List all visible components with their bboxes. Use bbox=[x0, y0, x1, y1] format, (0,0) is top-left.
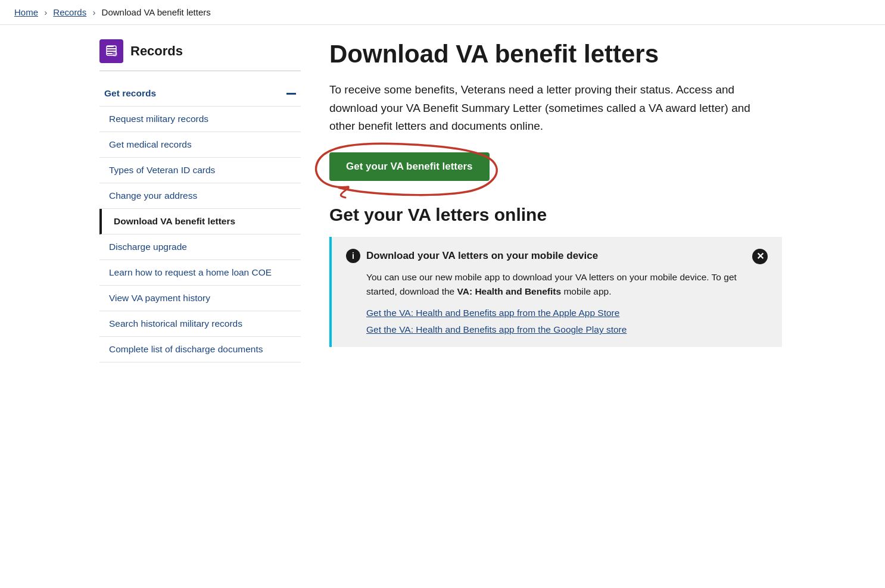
breadcrumb-home[interactable]: Home bbox=[14, 7, 38, 17]
section-heading-letters-online: Get your VA letters online bbox=[329, 205, 786, 225]
intro-paragraph: To receive some benefits, Veterans need … bbox=[329, 81, 758, 135]
breadcrumb-sep-1: › bbox=[44, 7, 47, 17]
sidebar-item-request-military-records[interactable]: Request military records bbox=[99, 107, 301, 132]
info-box-title: Download your VA letters on your mobile … bbox=[366, 250, 598, 262]
svg-rect-1 bbox=[107, 48, 116, 49]
breadcrumb: Home › Records › Download VA benefit let… bbox=[0, 0, 885, 25]
main-content: Download VA benefit letters To receive s… bbox=[320, 39, 786, 362]
page-title: Download VA benefit letters bbox=[329, 39, 786, 69]
info-box-links: Get the VA: Health and Benefits app from… bbox=[346, 308, 768, 335]
sidebar-item-discharge-upgrade[interactable]: Discharge upgrade bbox=[99, 234, 301, 260]
records-section-icon bbox=[99, 39, 123, 63]
sidebar-item-home-loan-coe[interactable]: Learn how to request a home loan COE bbox=[99, 260, 301, 286]
breadcrumb-sep-2: › bbox=[92, 7, 95, 17]
sidebar-item-get-medical-records[interactable]: Get medical records bbox=[99, 132, 301, 158]
apple-app-store-link[interactable]: Get the VA: Health and Benefits app from… bbox=[366, 308, 768, 318]
info-box-body-bold: VA: Health and Benefits bbox=[457, 286, 562, 296]
google-play-store-link[interactable]: Get the VA: Health and Benefits app from… bbox=[366, 324, 768, 335]
sidebar-item-download-benefit-letters[interactable]: Download VA benefit letters bbox=[99, 209, 301, 234]
info-box-body-suffix: mobile app. bbox=[561, 286, 611, 296]
svg-point-4 bbox=[113, 52, 117, 57]
get-benefit-letters-button[interactable]: Get your VA benefit letters bbox=[329, 152, 490, 181]
sidebar-item-payment-history[interactable]: View VA payment history bbox=[99, 286, 301, 311]
sidebar: Records Get records Request military rec… bbox=[99, 39, 320, 362]
cta-button-area: Get your VA benefit letters bbox=[329, 152, 490, 181]
sidebar-item-types-veteran-id[interactable]: Types of Veteran ID cards bbox=[99, 158, 301, 183]
sidebar-item-get-records[interactable]: Get records bbox=[99, 81, 301, 107]
sidebar-item-historical-military-records[interactable]: Search historical military records bbox=[99, 311, 301, 337]
info-box-mobile: i Download your VA letters on your mobil… bbox=[329, 237, 782, 348]
sidebar-item-discharge-documents[interactable]: Complete list of discharge documents bbox=[99, 337, 301, 362]
info-box-body: You can use our new mobile app to downlo… bbox=[346, 270, 768, 300]
close-info-box-button[interactable]: ✕ bbox=[752, 249, 768, 264]
info-icon: i bbox=[346, 249, 360, 263]
page-layout: Records Get records Request military rec… bbox=[85, 25, 800, 386]
info-box-title-row: i Download your VA letters on your mobil… bbox=[346, 249, 598, 263]
records-icon bbox=[104, 44, 119, 58]
svg-rect-2 bbox=[107, 51, 116, 52]
collapse-icon bbox=[286, 93, 296, 95]
sidebar-title: Records bbox=[130, 43, 183, 59]
get-records-label: Get records bbox=[104, 88, 156, 99]
breadcrumb-current: Download VA benefit letters bbox=[102, 7, 211, 17]
breadcrumb-records[interactable]: Records bbox=[53, 7, 86, 17]
info-box-header: i Download your VA letters on your mobil… bbox=[346, 249, 768, 264]
sidebar-item-change-address[interactable]: Change your address bbox=[99, 183, 301, 209]
sidebar-header: Records bbox=[99, 39, 301, 71]
svg-rect-3 bbox=[107, 53, 113, 54]
sidebar-navigation: Get records Request military records Get… bbox=[99, 81, 301, 362]
